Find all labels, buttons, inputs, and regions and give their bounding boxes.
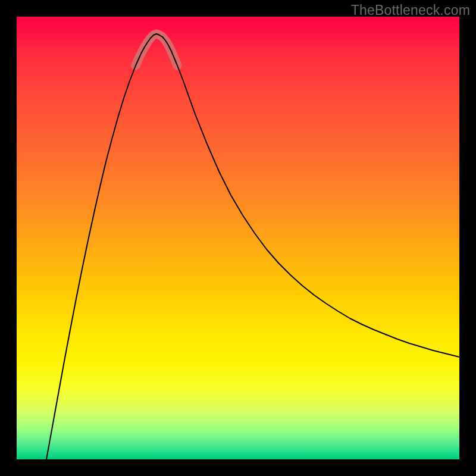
bottleneck-curve [46, 34, 459, 459]
chart-frame: TheBottleneck.com [0, 0, 476, 476]
plot-area [17, 17, 459, 459]
watermark-text: TheBottleneck.com [351, 2, 470, 18]
curve-layer [17, 17, 459, 459]
